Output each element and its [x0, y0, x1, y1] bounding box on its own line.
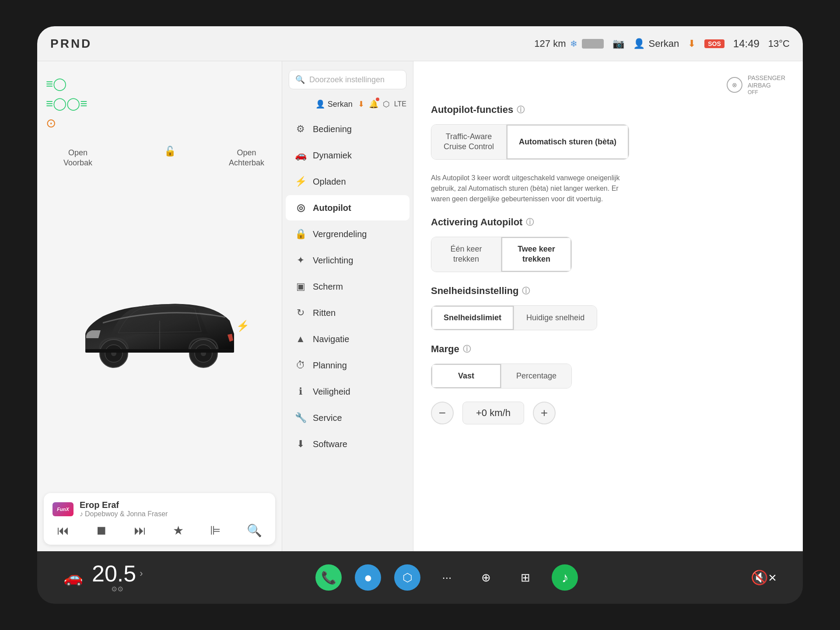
twee-keer-button[interactable]: Twee keertrekken: [501, 237, 571, 272]
dynamiek-icon: 🚗: [294, 150, 307, 161]
activering-section: Activering Autopilot ⓘ Één keertrekken T…: [431, 217, 785, 272]
vast-button[interactable]: Vast: [431, 364, 501, 388]
bluetooth-taskbar-button[interactable]: ⬡: [394, 564, 420, 591]
battery-bar: [582, 39, 604, 49]
verlichting-icon: ✦: [294, 255, 307, 266]
service-label: Service: [313, 413, 342, 423]
software-icon: ⬇: [294, 438, 307, 450]
car-view-area: Open Voorbak 🔓 Open Achterbak: [37, 139, 282, 486]
funx-logo: FunX: [52, 502, 74, 516]
speed-chevron: ›: [140, 568, 143, 579]
info-icon-snelheid[interactable]: ⓘ: [522, 286, 530, 296]
snelheid-group: Snelheidslimiet Huidige snelheid: [431, 305, 597, 330]
grid-button[interactable]: ⊞: [512, 564, 539, 591]
sidebar-item-service[interactable]: 🔧 Service: [286, 405, 410, 430]
sidebar-item-dynamiek[interactable]: 🚗 Dynamiek: [286, 143, 410, 168]
percentage-button[interactable]: Percentage: [501, 364, 571, 388]
tpms-icon: ≡◯◯≡: [46, 96, 88, 111]
stop-button[interactable]: ⏹: [95, 523, 108, 538]
sidebar-item-verlichting[interactable]: ✦ Verlichting: [286, 248, 410, 273]
sidebar-item-opladen[interactable]: ⚡ Opladen: [286, 169, 410, 194]
lights-icon-item: ≡◯: [46, 77, 273, 91]
sidebar-item-navigatie[interactable]: ▲ Navigatie: [286, 326, 410, 352]
marge-group: Vast Percentage: [431, 364, 572, 388]
label-voorbak[interactable]: Open Voorbak: [63, 148, 92, 168]
opladen-label: Opladen: [313, 177, 346, 187]
traffic-aware-button[interactable]: Traffic-AwareCruise Control: [431, 125, 507, 159]
sidebar-item-scherm[interactable]: ▣ Scherm: [286, 274, 410, 299]
info-icon-functies[interactable]: ⓘ: [517, 105, 525, 115]
prev-button[interactable]: ⏮: [57, 523, 69, 538]
next-button[interactable]: ⏭: [134, 523, 146, 538]
planning-icon: ⏱: [294, 360, 307, 371]
speed-number: 20.5: [92, 562, 136, 585]
veiligheid-label: Veiligheid: [313, 387, 350, 397]
favorite-button[interactable]: ★: [173, 523, 184, 538]
sidebar-item-bediening[interactable]: ⚙ Bediening: [286, 116, 410, 142]
info-icon-marge[interactable]: ⓘ: [463, 344, 471, 354]
activering-group: Één keertrekken Twee keertrekken: [431, 237, 572, 272]
sidebar-item-vergrendeling[interactable]: 🔒 Vergrendeling: [286, 221, 410, 247]
autopilot-description: Als Autopilot 3 keer wordt uitgeschakeld…: [431, 173, 623, 204]
navigatie-icon: ▲: [294, 333, 307, 345]
unlock-icon: 🔓: [164, 146, 176, 157]
taskbar-center: 📞 ● ⬡ ··· ⊕ ⊞ ♪: [315, 564, 578, 591]
huidige-snelheid-button[interactable]: Huidige snelheid: [514, 306, 597, 330]
search-music-button[interactable]: 🔍: [247, 523, 262, 538]
camera-icon[interactable]: 📷: [612, 38, 624, 49]
more-button[interactable]: ···: [434, 564, 460, 591]
bediening-icon: ⚙: [294, 123, 307, 135]
music-controls: ⏮ ⏹ ⏭ ★ ⊫ 🔍: [52, 523, 266, 538]
autopilot-functies-title: Autopilot-functies ⓘ: [431, 104, 785, 116]
label-achterbak[interactable]: Open Achterbak: [229, 148, 264, 168]
marge-title: Marge ⓘ: [431, 343, 785, 355]
phone-button[interactable]: 📞: [315, 564, 342, 591]
plus-button[interactable]: +: [533, 402, 556, 424]
equalizer-button[interactable]: ⊫: [210, 523, 220, 538]
warning-icon-item: ⊙: [46, 116, 273, 130]
navigatie-label: Navigatie: [313, 334, 349, 344]
vergrendeling-label: Vergrendeling: [313, 229, 367, 239]
minus-button[interactable]: −: [431, 402, 454, 424]
airbag-label2: AIRBAG: [748, 82, 785, 89]
settings-sidebar: 🔍 Doorzoek instellingen 👤 Serkan ⬇ 🔔: [282, 61, 413, 551]
time-display: 14:49: [733, 38, 760, 50]
sidebar-item-software[interactable]: ⬇ Software: [286, 431, 410, 457]
spotify-button[interactable]: ♪: [552, 564, 578, 591]
volume-icon[interactable]: 🔇×: [751, 569, 777, 586]
search-box[interactable]: 🔍 Doorzoek instellingen: [289, 70, 406, 89]
snowflake-icon: ❄: [570, 38, 578, 49]
sidebar-item-veiligheid[interactable]: ℹ Veiligheid: [286, 379, 410, 404]
user-name-sidebar: 👤 Serkan: [315, 99, 353, 109]
user-icons: ⬇ 🔔 ⬡ LTE: [358, 99, 406, 109]
ritten-label: Ritten: [313, 308, 336, 318]
sidebar-item-ritten[interactable]: ↻ Ritten: [286, 300, 410, 326]
software-label: Software: [313, 439, 347, 449]
temp-display: 13°C: [768, 38, 790, 49]
song-title: Erop Eraf: [80, 500, 266, 510]
speed-control: − +0 km/h +: [431, 402, 785, 424]
car-svg: ⚡: [68, 273, 252, 378]
planning-label: Planning: [313, 360, 347, 371]
een-keer-button[interactable]: Één keertrekken: [431, 237, 501, 272]
info-icon-activering[interactable]: ⓘ: [526, 217, 534, 228]
tpms-warning-icon: ⊙: [46, 116, 56, 130]
settings-content: ⊗ PASSENGER AIRBAG OFF Autopilot-functie…: [413, 61, 803, 551]
gamepad-button[interactable]: ⊕: [473, 564, 499, 591]
taskbar: 🚗 20.5 › ⚙⚙ 📞 ● ⬡ ··· ⊕ ⊞ ♪ 🔇: [37, 551, 803, 604]
status-bar-left: PRND 127 km ❄: [50, 37, 604, 51]
ritten-icon: ↻: [294, 307, 307, 318]
left-panel: ≡◯ ≡◯◯≡ ⊙ Open Voorbak: [37, 61, 282, 551]
settings-main-area: 🔍 Doorzoek instellingen 👤 Serkan ⬇ 🔔: [282, 61, 803, 551]
sidebar-item-autopilot[interactable]: ◎ Autopilot: [286, 195, 410, 220]
airbag-status: OFF: [748, 89, 785, 95]
automatisch-sturen-button[interactable]: Automatisch sturen (bèta): [507, 125, 629, 159]
airbag-icon: ⊗: [727, 77, 742, 93]
status-bar: PRND 127 km ❄ 📷 👤 Serkan ⬇ SOS 14:49 13°…: [37, 26, 803, 61]
camera-button[interactable]: ●: [355, 564, 381, 591]
autopilot-label: Autopilot: [313, 203, 351, 213]
activering-title: Activering Autopilot ⓘ: [431, 217, 785, 228]
snelheidslimiet-button[interactable]: Snelheidslimiet: [431, 306, 514, 330]
music-info: Erop Eraf ♪ Dopebwoy & Jonna Fraser: [80, 500, 266, 518]
sidebar-item-planning[interactable]: ⏱ Planning: [286, 353, 410, 378]
